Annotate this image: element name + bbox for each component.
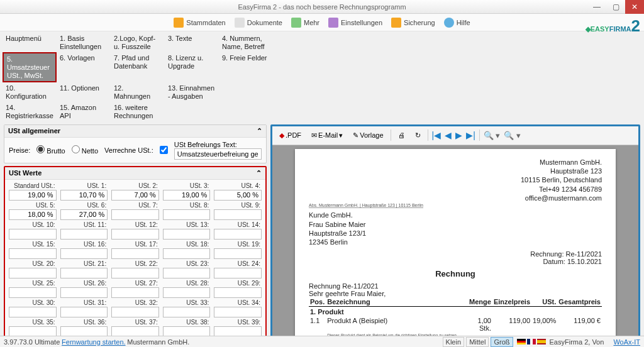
ust-allgemein-section: USt allgemeiner⌃ Preise: Brutto Netto Ve… (4, 124, 267, 163)
menu-item[interactable]: 6. Vorlagen (57, 52, 111, 82)
ust-input-20[interactable] (9, 268, 57, 278)
radio-netto[interactable]: Netto (72, 145, 98, 155)
ust-input-5[interactable] (9, 209, 57, 220)
menu-item[interactable]: 10. Konfiguration (3, 82, 57, 102)
input-befreiungstext[interactable] (174, 148, 262, 160)
pdf-button[interactable]: ◆.PDF (276, 129, 304, 141)
menu-item[interactable]: Hauptmenü (3, 33, 57, 52)
toolbar-stammdaten[interactable]: Stammdaten (174, 18, 225, 28)
invoice-page: Mustermann GmbH.Hauptstraße 123 10115 Be… (295, 149, 616, 347)
chevron-up-icon: ⌃ (256, 169, 262, 177)
titlebar: EasyFirma 2 - das noch bessere Rechnungs… (0, 0, 644, 14)
ust-input-17[interactable] (111, 248, 159, 259)
ust-input-11[interactable] (60, 229, 108, 240)
minimize-button[interactable]: — (587, 0, 606, 14)
section-header[interactable]: USt Werte⌃ (5, 167, 265, 180)
ust-input-1[interactable] (60, 190, 108, 201)
menu-item[interactable]: 4. Nummern, Name, Betreff (219, 33, 273, 52)
nav-next-icon[interactable]: ▶ (455, 130, 462, 140)
maximize-button[interactable]: ▢ (606, 0, 625, 14)
ust-input-16[interactable] (60, 248, 108, 259)
menu-item[interactable]: 8. Lizenz u. Upgrade (165, 52, 219, 82)
menu-item[interactable]: 2.Logo, Kopf- u. Fusszeile (111, 33, 165, 52)
menu-item[interactable]: 9. Freie Felder (219, 52, 273, 82)
ust-input-22[interactable] (111, 268, 159, 278)
menu-item[interactable]: 13. Einnahmen - Ausgaben (165, 82, 219, 102)
main-toolbar: Stammdaten Dokumente Mehr Einstellungen … (0, 14, 644, 31)
toolbar-dokumente[interactable]: Dokumente (235, 18, 282, 28)
menu-item (165, 102, 219, 121)
section-header[interactable]: USt allgemeiner⌃ (4, 125, 266, 138)
ust-input-27[interactable] (111, 287, 159, 298)
ust-input-15[interactable] (9, 248, 57, 259)
refresh-button[interactable]: ↻ (412, 129, 424, 141)
vorlage-button[interactable]: ✎Vorlage (350, 129, 386, 141)
nav-last-icon[interactable]: ▶| (466, 130, 475, 140)
nav-first-icon[interactable]: |◀ (432, 130, 441, 140)
ust-input-13[interactable] (163, 229, 211, 240)
zoom-out-icon[interactable]: 🔍 ▾ (484, 131, 501, 140)
menu-item (219, 82, 273, 102)
ust-input-19[interactable] (214, 248, 262, 259)
settings-panel: USt allgemeiner⌃ Preise: Brutto Netto Ve… (0, 122, 270, 347)
menu-item[interactable]: 5. Umsatzsteuer USt., MwSt. (3, 52, 57, 82)
toolbar-sicherung[interactable]: Sicherung (391, 18, 435, 28)
ust-input-33[interactable] (163, 307, 211, 317)
ust-input-30[interactable] (9, 307, 57, 317)
window-title: EasyFirma 2 - das noch bessere Rechnungs… (238, 3, 406, 11)
ust-input-29[interactable] (214, 287, 262, 298)
zoom-in-icon[interactable]: 🔍 ▾ (504, 131, 521, 140)
menu-item[interactable]: 7. Pfad und Datenbank (111, 52, 165, 82)
invoice-title: Rechnung (309, 269, 602, 278)
menu-item[interactable]: 1. Basis Einstellungen (57, 33, 111, 52)
language-flags[interactable] (517, 339, 546, 344)
ust-input-2[interactable] (111, 190, 159, 201)
ust-input-12[interactable] (111, 229, 159, 240)
ust-input-14[interactable] (214, 229, 262, 240)
fernwartung-link[interactable]: Fernwartung starten. (62, 338, 126, 346)
ust-input-26[interactable] (60, 287, 108, 298)
toolbar-einstellungen[interactable]: Einstellungen (328, 18, 382, 28)
menu-item[interactable]: 11. Optionen (57, 82, 111, 102)
ust-input-4[interactable] (214, 190, 262, 201)
toolbar-hilfe[interactable]: Hilfe (444, 18, 470, 28)
ust-input-28[interactable] (163, 287, 211, 298)
ust-input-18[interactable] (163, 248, 211, 259)
email-button[interactable]: ✉E-Mail▾ (308, 129, 346, 141)
chevron-up-icon: ⌃ (257, 127, 262, 135)
ust-input-25[interactable] (9, 287, 57, 298)
ust-input-9[interactable] (214, 209, 262, 220)
ust-input-3[interactable] (163, 190, 211, 201)
ust-input-10[interactable] (9, 229, 57, 240)
size-selector: Klein Mittel Groß (443, 338, 513, 346)
ust-input-23[interactable] (163, 268, 211, 278)
statusbar: 3.97.73.0 Ultimate Fernwartung starten. … (0, 336, 644, 347)
ust-input-0[interactable] (9, 190, 57, 201)
ust-input-31[interactable] (60, 307, 108, 317)
radio-brutto[interactable]: Brutto (36, 145, 65, 155)
ust-input-21[interactable] (60, 268, 108, 278)
size-gross[interactable]: Groß (491, 337, 513, 347)
size-klein[interactable]: Klein (443, 337, 464, 347)
close-button[interactable]: ✕ (625, 0, 644, 14)
ust-input-6[interactable] (60, 209, 108, 220)
ust-input-32[interactable] (111, 307, 159, 317)
menu-item[interactable]: 16. weitere Rechnungen (111, 102, 165, 121)
size-mittel[interactable]: Mittel (466, 337, 489, 347)
ust-input-7[interactable] (111, 209, 159, 220)
print-button[interactable]: 🖨 (395, 129, 408, 141)
menu-item[interactable]: 15. Amazon API (57, 102, 111, 121)
menu-item[interactable]: 12. Mahnungen (111, 82, 165, 102)
menu-item[interactable]: 14. Registrierkasse (3, 102, 57, 121)
document-viewport[interactable]: Mustermann GmbH.Hauptstraße 123 10115 Be… (272, 145, 638, 347)
checkbox-verrechne-ust[interactable] (160, 146, 168, 154)
ust-input-8[interactable] (163, 209, 211, 220)
document-toolbar: ◆.PDF ✉E-Mail▾ ✎Vorlage 🖨 ↻ |◀ ◀ ▶ ▶| 🔍 … (272, 126, 638, 145)
nav-prev-icon[interactable]: ◀ (445, 130, 452, 140)
toolbar-mehr[interactable]: Mehr (291, 18, 319, 28)
woax-link[interactable]: WoAx-IT (613, 338, 640, 346)
menu-item[interactable]: 3. Texte (165, 33, 219, 52)
menu-item (219, 102, 273, 121)
ust-input-24[interactable] (214, 268, 262, 278)
ust-input-34[interactable] (214, 307, 262, 317)
